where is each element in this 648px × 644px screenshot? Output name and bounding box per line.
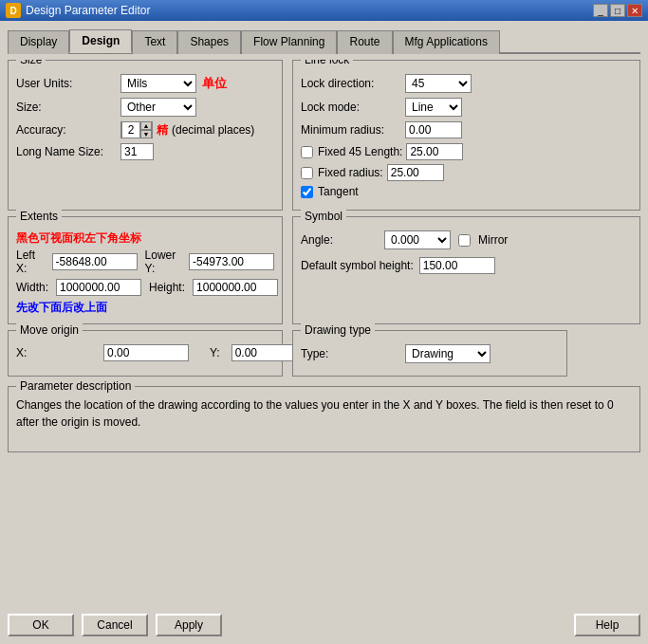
line-lock-group: Line lock Lock direction: 45 90 Any Lock… bbox=[292, 60, 640, 211]
size-label: Size: bbox=[16, 101, 120, 114]
cancel-button[interactable]: Cancel bbox=[82, 614, 148, 636]
mirror-checkbox[interactable] bbox=[458, 234, 471, 247]
size-group-title: Size bbox=[16, 60, 46, 66]
accuracy-input[interactable] bbox=[121, 121, 140, 138]
size-group: Size User Units: Mils Inches Millimeters… bbox=[8, 60, 283, 211]
accuracy-down[interactable]: ▼ bbox=[140, 130, 152, 138]
long-name-size-input[interactable] bbox=[120, 143, 154, 160]
default-height-input[interactable] bbox=[419, 257, 495, 274]
lower-y-label: Lower Y: bbox=[145, 248, 181, 275]
user-units-label: User Units: bbox=[16, 77, 120, 90]
type-label: Type: bbox=[301, 347, 405, 360]
decimal-places-label: (decimal places) bbox=[172, 123, 254, 137]
apply-button[interactable]: Apply bbox=[156, 614, 222, 636]
units-annotation: 单位 bbox=[202, 75, 227, 92]
user-units-select[interactable]: Mils Inches Millimeters bbox=[120, 74, 196, 93]
param-desc-title: Parameter description bbox=[16, 379, 135, 393]
lock-mode-label: Lock mode: bbox=[301, 101, 405, 114]
tangent-label: Tangent bbox=[318, 185, 359, 198]
tab-flow-planning[interactable]: Flow Planning bbox=[241, 30, 337, 54]
size-select[interactable]: Other A B C bbox=[120, 98, 196, 117]
accuracy-spinner[interactable]: ▲ ▼ bbox=[120, 121, 153, 138]
close-button[interactable]: ✕ bbox=[627, 4, 642, 17]
angle-select[interactable]: 0.000 45.000 90.000 180.000 bbox=[384, 230, 451, 249]
tab-design[interactable]: Design bbox=[69, 29, 132, 53]
lower-y-input[interactable] bbox=[189, 253, 274, 270]
tab-bar: Display Design Text Shapes Flow Planning… bbox=[8, 28, 640, 54]
height-input[interactable] bbox=[193, 279, 278, 296]
extents-group: Extents 黑色可视面积左下角坐标 Left X: Lower Y: Wid… bbox=[8, 216, 283, 324]
footer: OK Cancel Apply Help bbox=[8, 608, 640, 636]
move-origin-title: Move origin bbox=[16, 323, 83, 337]
height-label: Height: bbox=[149, 281, 185, 294]
mirror-label: Mirror bbox=[478, 233, 508, 247]
accuracy-annotation: 精 bbox=[157, 122, 168, 138]
fixed-radius-label: Fixed radius: bbox=[318, 166, 383, 179]
min-radius-input[interactable] bbox=[405, 121, 462, 138]
tab-route[interactable]: Route bbox=[337, 30, 392, 54]
x-label: X: bbox=[16, 346, 92, 359]
width-label: Width: bbox=[16, 281, 48, 294]
type-select[interactable]: Drawing Schematic PCB bbox=[405, 344, 491, 363]
accuracy-up[interactable]: ▲ bbox=[140, 121, 152, 130]
left-x-label: Left X: bbox=[16, 248, 45, 275]
width-input[interactable] bbox=[56, 279, 141, 296]
lock-direction-select[interactable]: 45 90 Any bbox=[405, 74, 472, 93]
angle-label: Angle: bbox=[301, 233, 377, 247]
lock-direction-label: Lock direction: bbox=[301, 77, 405, 90]
tab-shapes[interactable]: Shapes bbox=[177, 30, 241, 54]
accuracy-label: Accuracy: bbox=[16, 123, 120, 137]
help-button[interactable]: Help bbox=[574, 614, 640, 636]
fixed45-input[interactable] bbox=[406, 143, 463, 160]
long-name-size-label: Long Name Size: bbox=[16, 145, 120, 158]
param-desc-group: Parameter description Changes the locati… bbox=[8, 386, 640, 452]
tab-display[interactable]: Display bbox=[8, 30, 69, 54]
drawing-type-title: Drawing type bbox=[301, 323, 375, 337]
symbol-title: Symbol bbox=[301, 210, 346, 223]
min-radius-label: Minimum radius: bbox=[301, 123, 405, 137]
maximize-button[interactable]: □ bbox=[610, 4, 625, 17]
minimize-button[interactable]: _ bbox=[593, 4, 608, 17]
drawing-type-group: Drawing type Type: Drawing Schematic PCB bbox=[292, 330, 567, 377]
x-input[interactable] bbox=[103, 344, 189, 361]
extents-title: Extents bbox=[16, 210, 62, 223]
symbol-group: Symbol Angle: 0.000 45.000 90.000 180.00… bbox=[292, 216, 640, 324]
window-title: Design Parameter Editor bbox=[26, 4, 150, 17]
default-height-label: Default symbol height: bbox=[301, 259, 414, 272]
ok-button[interactable]: OK bbox=[8, 614, 74, 636]
title-bar: D Design Parameter Editor _ □ ✕ bbox=[0, 0, 648, 21]
tab-text[interactable]: Text bbox=[132, 30, 177, 54]
extents-annotation1: 黑色可视面积左下角坐标 bbox=[16, 231, 141, 245]
left-x-input[interactable] bbox=[52, 253, 138, 270]
move-origin-group: Move origin X: Y: bbox=[8, 330, 283, 377]
tab-mfg-applications[interactable]: Mfg Applications bbox=[393, 30, 500, 54]
tangent-checkbox[interactable] bbox=[301, 186, 313, 198]
app-icon: D bbox=[6, 3, 21, 18]
y-label: Y: bbox=[210, 346, 220, 359]
fixed-radius-input[interactable] bbox=[387, 164, 444, 181]
fixed45-checkbox[interactable] bbox=[301, 146, 313, 158]
fixed45-label: Fixed 45 Length: bbox=[318, 145, 402, 158]
lock-mode-select[interactable]: Line Arc bbox=[405, 98, 462, 117]
fixed-radius-checkbox[interactable] bbox=[301, 167, 313, 179]
param-desc-text: Changes the location of the drawing acco… bbox=[16, 396, 632, 431]
line-lock-title: Line lock bbox=[301, 60, 353, 66]
extents-annotation2: 先改下面后改上面 bbox=[16, 301, 107, 314]
